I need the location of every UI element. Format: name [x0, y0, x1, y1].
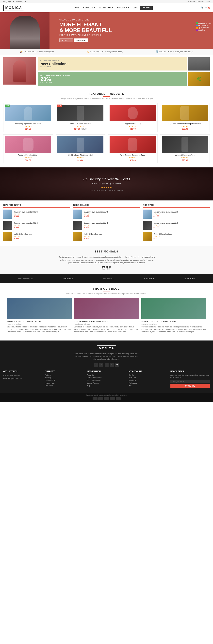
info-link-help[interactable]: Help [87, 385, 126, 386]
sidebar-dot-4 [196, 29, 198, 31]
social-linkedin[interactable]: in [110, 363, 114, 367]
blog-post-2[interactable]: 29 SUPER MAKE UP TRENDING IN 2015 Posted… [74, 298, 139, 333]
featured-subtitle: Each product will always find its order … [3, 98, 210, 100]
sidebar-item-3[interactable]: Ap Pagebuilder [196, 27, 211, 28]
payment-icons [3, 397, 210, 400]
currency-selector[interactable]: Currency [16, 1, 23, 2]
product-name-3: Rapperswil P&G Olay [110, 123, 156, 125]
brand-authentic-3: Authentic [184, 277, 195, 280]
footer-col-info: INFORMATION About Us Delivery Informatio… [87, 370, 126, 388]
product-badge-2: sale [57, 104, 62, 107]
product-card-6[interactable]: Jils Live Luxe Edp Spray 15ml ★★★☆☆ $20.… [56, 134, 105, 163]
footer-contact-info: Call Us: (123) 456-789 Email: info@monic… [3, 374, 42, 380]
product-card-4[interactable]: Aquamen Rochas Verenss perfume 50ml ★★★★… [160, 103, 210, 132]
new-product-2[interactable]: Katy perry royal revolution 300ml ★★★★☆ … [3, 220, 70, 230]
info-link-payment[interactable]: Secure Payment [87, 382, 126, 384]
sidebar-item-1[interactable]: Leo Boostrap Menu [196, 22, 211, 24]
site-logo[interactable]: MONICA [3, 4, 24, 11]
payment-discover [116, 397, 121, 400]
support-link-privacy[interactable]: Privacy Policy [45, 382, 84, 384]
top-product-3[interactable]: Mythic Oil l'oreal perfume ★★★☆☆ $20.00 [143, 232, 210, 241]
support-link-contact[interactable]: Contact Us [45, 385, 84, 386]
banner-quote: For beauty all over the world [83, 177, 130, 181]
login-link[interactable]: Login [206, 1, 210, 2]
hero-welcome: WELCOME TO OUR STORE [59, 19, 112, 21]
account-link-signin[interactable]: Sign In [129, 374, 168, 376]
hero-tagline: FOR THE BEAUTY ALL OVER THE WORLD [59, 34, 112, 36]
product-name-5: Perfume Feminino 300ml [5, 154, 51, 156]
language-selector[interactable]: Language [3, 1, 11, 2]
hero-content: WELCOME TO OUR STORE MORE ELEGANT & MORE… [59, 19, 112, 42]
sidebar-item-2[interactable]: Leo Slideshow [196, 24, 211, 26]
hero-model-area [0, 12, 49, 49]
support-link-sitemap[interactable]: Sitemap [45, 377, 84, 379]
product-card-2[interactable]: sale Mythic Oil l'oreal perfume ★★★★☆ $2… [56, 103, 105, 132]
account-link-wishlist[interactable]: My Wishlist [129, 380, 168, 381]
blog-title: FROM OUR BLOG [3, 287, 210, 290]
nav-beautycare[interactable]: BEAUTY CARE ▾ [97, 6, 115, 10]
promo-gold-perfume[interactable]: GOLD PERFUME 2015 COLLECTIONS 20% DISCOU… [38, 72, 187, 86]
best-sellers-title: BEST SELLERS [73, 204, 140, 208]
product-card-8[interactable]: Mythic Oil l'oreal perfume ★★★★☆ $20.00 [160, 134, 210, 163]
support-link-shipping[interactable]: Shipping Policy [45, 380, 84, 381]
new-product-info-1: Katy perry royal revolution 300ml ★★★★☆ … [14, 211, 70, 217]
about-us-button[interactable]: ABOUT US [59, 38, 73, 42]
product-image-8 [162, 136, 208, 153]
blog-post-1[interactable]: 29 SUPER MAKE UP TRENDING IN 2015 Posted… [6, 298, 72, 333]
register-link[interactable]: Register [198, 1, 204, 2]
product-card-1[interactable]: new Katy perry royal revolution 300ml ★★… [3, 103, 53, 132]
social-youtube[interactable]: yt [115, 363, 119, 367]
featured-title: FEATURED PRODUCTS [3, 92, 210, 96]
product-price-1: $20.00 [5, 128, 51, 130]
feature-returns: ↩️ FREE RETURNS on 30 days on 1st exchan… [156, 50, 193, 53]
promo-left-banner[interactable] [3, 57, 36, 84]
info-link-terms[interactable]: Terms & Conditions [87, 380, 126, 381]
footer-contact-title: GET IN TOUCH [3, 370, 42, 372]
newsletter-email-input[interactable] [171, 380, 210, 384]
search-button[interactable]: 🔍 [201, 6, 204, 9]
product-stars-1: ★★★★☆ [5, 125, 51, 127]
social-google[interactable]: g+ [105, 363, 109, 367]
shop-now-button[interactable]: SHOP NOW [74, 38, 88, 42]
social-twitter[interactable]: t [99, 363, 103, 367]
social-facebook[interactable]: f [94, 363, 98, 367]
promo-sub: FOR WOMEN'S SKIN [40, 66, 184, 68]
wishlist-link[interactable]: ♥ Wishlist [189, 1, 196, 2]
account-link-cart[interactable]: View Cart [129, 377, 168, 379]
new-product-img-1 [3, 210, 12, 219]
nav-category[interactable]: CATEGORY ▾ [115, 6, 131, 10]
account-link-account[interactable]: My Account [129, 382, 168, 384]
best-product-1[interactable]: Katy perry royal revolution 300ml ★★★★☆ … [73, 210, 140, 219]
new-product-1[interactable]: Katy perry royal revolution 300ml ★★★★☆ … [3, 210, 70, 219]
product-name-7: Avira Couture Capture perfume [110, 154, 156, 156]
product-card-5[interactable]: Perfume Feminino 300ml ★★★☆☆ $20.00 [3, 134, 53, 163]
promo-new-collections[interactable]: WHAT'S HOT TRENDING New Collections FOR … [38, 57, 187, 70]
top-product-1[interactable]: Katy perry royal revolution 300ml ★★★★☆ … [143, 210, 210, 219]
best-sellers-col: BEST SELLERS Katy perry royal revolution… [73, 204, 140, 243]
account-link-help[interactable]: Help [129, 385, 168, 386]
info-link-about[interactable]: About Us [87, 374, 126, 376]
new-product-3[interactable]: Mythic Oil l'oreal perfume ★★★☆☆ $20.00 [3, 232, 70, 241]
blog-post-title-1: 29 SUPER MAKE UP TRENDING IN 2015 [6, 321, 72, 323]
best-product-3[interactable]: Mythic Oil l'oreal perfume ★★★☆☆ $20.00 [73, 232, 140, 241]
top-rate-col: TOP RATE Katy perry royal revolution 300… [143, 204, 210, 243]
nav-skincare[interactable]: SKIN CARE ▾ [81, 6, 97, 10]
newsletter-subscribe-button[interactable]: SUBSCRIBE [171, 384, 210, 388]
product-card-3[interactable]: Rapperswil P&G Olay ★★★★☆ $20.00 [108, 103, 158, 132]
nav-blog[interactable]: BLOG [131, 6, 140, 10]
payment-visa [93, 397, 97, 400]
banner-stars: ★★★★★ [83, 186, 130, 189]
info-link-delivery[interactable]: Delivery Information [87, 377, 126, 379]
nav-home[interactable]: HOME [72, 6, 81, 10]
blog-post-3[interactable]: 29 SUPER MAKE UP TRENDING IN 2015 Posted… [141, 298, 207, 333]
perfume-icon: 🌿 [197, 77, 202, 82]
sidebar-item-4[interactable]: Leo Blogs [196, 29, 211, 31]
top-product-info-3: Mythic Oil l'oreal perfume ★★★☆☆ $20.00 [153, 233, 210, 239]
top-product-2[interactable]: Katy perry royal revolution 300ml ★★★★☆ … [143, 220, 210, 230]
best-product-2[interactable]: Katy perry royal revolution 300ml ★★★★☆ … [73, 220, 140, 230]
cart-button[interactable]: 🛒0 [205, 6, 210, 9]
support-link-returns[interactable]: Returns [45, 374, 84, 376]
nav-contact[interactable]: CONTACT [140, 6, 153, 10]
product-card-7[interactable]: Avira Couture Capture perfume ★★★★☆ $20.… [108, 134, 158, 163]
top-product-img-3 [143, 232, 152, 241]
